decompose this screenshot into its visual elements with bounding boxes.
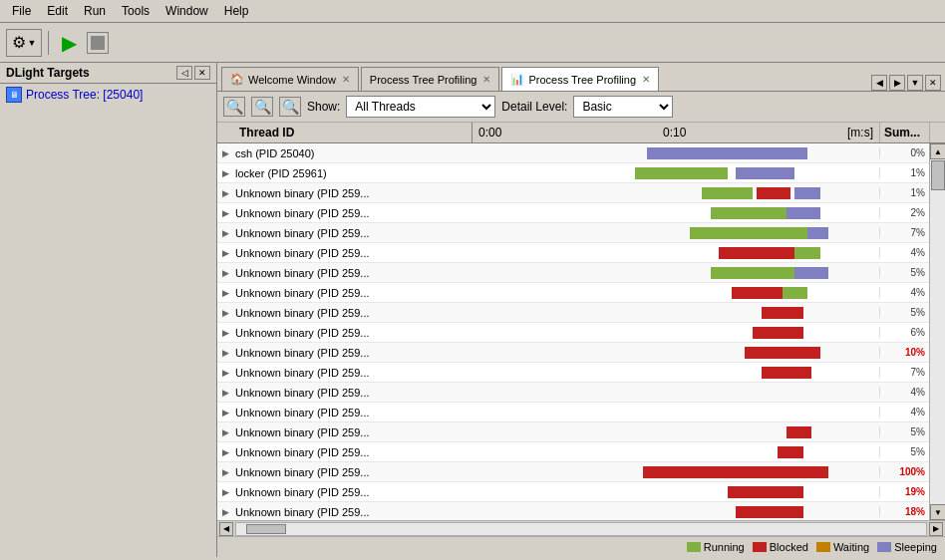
sidebar-pin-button[interactable]: ◁	[176, 66, 192, 80]
table-row[interactable]: ▶ csh (PID 25040) 0%	[217, 143, 929, 163]
tab-welcome-close[interactable]: ✕	[342, 74, 350, 85]
tab-profiling1[interactable]: Process Tree Profiling ✕	[361, 67, 500, 91]
show-select[interactable]: All Threads	[346, 96, 495, 118]
row-timeline	[458, 163, 879, 182]
table-row[interactable]: ▶ Unknown binary (PID 259... 5%	[217, 442, 929, 462]
row-expand[interactable]: ▶	[217, 408, 233, 418]
row-expand[interactable]: ▶	[217, 208, 233, 218]
row-expand[interactable]: ▶	[217, 467, 233, 477]
row-expand[interactable]: ▶	[217, 368, 233, 378]
row-name: Unknown binary (PID 259...	[233, 387, 458, 399]
menu-tools[interactable]: Tools	[114, 2, 158, 20]
table-row[interactable]: ▶ Unknown binary (PID 259... 6%	[217, 323, 929, 343]
tab-profiling1-close[interactable]: ✕	[482, 74, 490, 85]
row-sum: 4%	[879, 387, 929, 398]
table-row[interactable]: ▶ Unknown binary (PID 259... 10%	[217, 343, 929, 363]
vertical-scrollbar[interactable]: ▲ ▼	[929, 143, 945, 520]
scroll-up-button[interactable]: ▲	[930, 143, 945, 159]
table-row[interactable]: ▶ Unknown binary (PID 259... 19%	[217, 482, 929, 502]
row-expand[interactable]: ▶	[217, 427, 233, 437]
bar-sleeping	[787, 207, 820, 219]
hscroll-track[interactable]	[235, 522, 927, 536]
tab-profiling2-close[interactable]: ✕	[642, 74, 650, 85]
table-row[interactable]: ▶ Unknown binary (PID 259... 18%	[217, 502, 929, 520]
hscroll-right-button[interactable]: ▶	[929, 522, 943, 536]
scroll-track[interactable]	[930, 159, 945, 504]
table-body-container: ▶ csh (PID 25040) 0% ▶ locker (PID 25961…	[217, 143, 945, 520]
row-timeline	[458, 203, 879, 222]
col-timeline: 0:00 0:10 [m:s]	[472, 123, 879, 142]
legend-blocked-label: Blocked	[770, 541, 808, 553]
stop-button[interactable]	[87, 32, 109, 54]
row-expand[interactable]: ▶	[217, 388, 233, 398]
table-row[interactable]: ▶ Unknown binary (PID 259... 7%	[217, 363, 929, 383]
bar-blocked	[787, 426, 811, 438]
scroll-thumb[interactable]	[931, 160, 945, 190]
tab-welcome-icon: 🏠	[230, 73, 244, 86]
bar-blocked	[762, 367, 812, 379]
horizontal-scrollbar[interactable]: ◀ ▶	[217, 520, 945, 536]
table-row[interactable]: ▶ Unknown binary (PID 259... 5%	[217, 263, 929, 283]
row-timeline	[458, 383, 879, 402]
table-row[interactable]: ▶ locker (PID 25961) 1%	[217, 163, 929, 183]
hscroll-left-button[interactable]: ◀	[219, 522, 233, 536]
row-name: Unknown binary (PID 259...	[233, 207, 458, 219]
zoom-out-button[interactable]: 🔍	[251, 97, 273, 117]
row-expand[interactable]: ▶	[217, 348, 233, 358]
row-timeline	[458, 323, 879, 342]
sidebar-item-process-tree[interactable]: 🖥 Process Tree: [25040]	[0, 84, 216, 106]
table-row[interactable]: ▶ Unknown binary (PID 259... 2%	[217, 203, 929, 223]
table-row[interactable]: ▶ Unknown binary (PID 259... 4%	[217, 383, 929, 403]
row-sum: 7%	[879, 367, 929, 378]
row-expand[interactable]: ▶	[217, 328, 233, 338]
table-row[interactable]: ▶ Unknown binary (PID 259... 5%	[217, 303, 929, 323]
row-expand[interactable]: ▶	[217, 168, 233, 178]
run-button[interactable]: ▶	[55, 29, 83, 57]
row-sum: 2%	[879, 207, 929, 218]
tab-nav-right[interactable]: ▶	[889, 75, 905, 91]
table-row[interactable]: ▶ Unknown binary (PID 259... 7%	[217, 223, 929, 243]
zoom-fit-button[interactable]: 🔍	[279, 97, 301, 117]
table-row[interactable]: ▶ Unknown binary (PID 259... 4%	[217, 243, 929, 263]
zoom-in-button[interactable]: 🔍	[223, 97, 245, 117]
sidebar-close-button[interactable]: ✕	[194, 66, 210, 80]
bar-sleeping	[647, 147, 807, 159]
row-expand[interactable]: ▶	[217, 308, 233, 318]
menu-file[interactable]: File	[4, 2, 39, 20]
hscroll-thumb[interactable]	[246, 524, 286, 534]
row-timeline	[458, 403, 879, 421]
row-expand[interactable]: ▶	[217, 248, 233, 258]
menu-help[interactable]: Help	[216, 2, 257, 20]
tab-profiling2[interactable]: 📊 Process Tree Profiling ✕	[501, 67, 659, 91]
row-expand[interactable]: ▶	[217, 507, 233, 517]
row-expand[interactable]: ▶	[217, 447, 233, 457]
sidebar: DLight Targets ◁ ✕ 🖥 Process Tree: [2504…	[0, 63, 217, 557]
tab-nav-close[interactable]: ✕	[925, 75, 941, 91]
detail-select[interactable]: Basic	[573, 96, 673, 118]
row-expand[interactable]: ▶	[217, 487, 233, 497]
tab-welcome[interactable]: 🏠 Welcome Window ✕	[221, 67, 359, 91]
menu-edit[interactable]: Edit	[39, 2, 76, 20]
row-expand[interactable]: ▶	[217, 288, 233, 298]
table-row[interactable]: ▶ Unknown binary (PID 259... 100%	[217, 462, 929, 482]
table-row[interactable]: ▶ Unknown binary (PID 259... 1%	[217, 183, 929, 203]
tab-nav-left[interactable]: ◀	[871, 75, 887, 91]
tab-nav-dropdown[interactable]: ▼	[907, 75, 923, 91]
menu-run[interactable]: Run	[76, 2, 114, 20]
row-expand[interactable]: ▶	[217, 228, 233, 238]
row-expand[interactable]: ▶	[217, 268, 233, 278]
profiling-button[interactable]: ⚙ ▼	[6, 29, 42, 57]
content-area: 🏠 Welcome Window ✕ Process Tree Profilin…	[217, 63, 945, 557]
scroll-down-button[interactable]: ▼	[930, 504, 945, 520]
row-expand[interactable]: ▶	[217, 148, 233, 158]
table-body[interactable]: ▶ csh (PID 25040) 0% ▶ locker (PID 25961…	[217, 143, 929, 520]
content-toolbar: 🔍 🔍 🔍 Show: All Threads Detail Level: Ba…	[217, 92, 945, 123]
row-expand[interactable]: ▶	[217, 188, 233, 198]
row-timeline	[458, 303, 879, 322]
tab-bar: 🏠 Welcome Window ✕ Process Tree Profilin…	[217, 63, 945, 92]
table-row[interactable]: ▶ Unknown binary (PID 259... 4%	[217, 403, 929, 422]
table-row[interactable]: ▶ Unknown binary (PID 259... 5%	[217, 422, 929, 442]
tab-profiling2-icon: 📊	[510, 73, 524, 86]
menu-window[interactable]: Window	[158, 2, 216, 20]
table-row[interactable]: ▶ Unknown binary (PID 259... 4%	[217, 283, 929, 303]
